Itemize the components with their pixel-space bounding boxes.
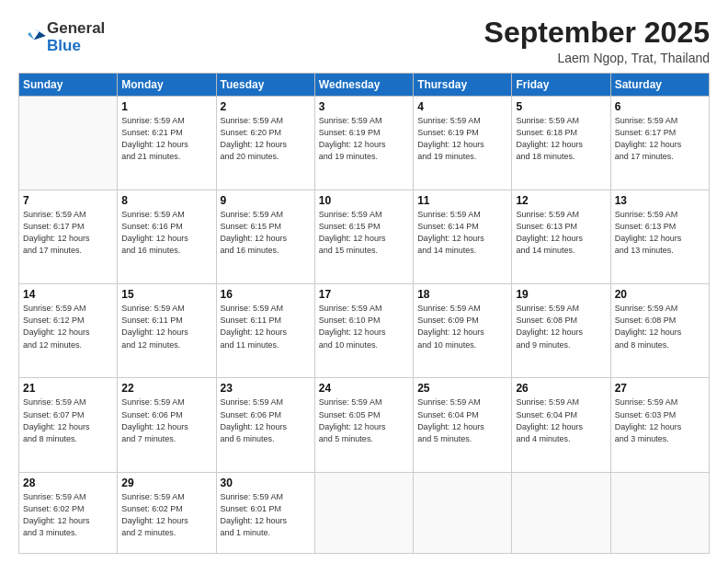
day-number: 1 [121, 100, 211, 113]
th-friday: Friday [512, 74, 610, 97]
table-row: 1Sunrise: 5:59 AMSunset: 6:21 PMDaylight… [118, 97, 216, 190]
logo: General Blue [18, 20, 105, 54]
table-row: 5Sunrise: 5:59 AMSunset: 6:18 PMDaylight… [512, 97, 610, 190]
day-info: Sunrise: 5:59 AMSunset: 6:01 PMDaylight:… [221, 491, 311, 539]
day-info: Sunrise: 5:59 AMSunset: 6:02 PMDaylight:… [23, 491, 113, 539]
day-number: 4 [417, 100, 507, 113]
day-number: 28 [23, 477, 113, 489]
table-row: 24Sunrise: 5:59 AMSunset: 6:05 PMDayligh… [314, 378, 413, 472]
calendar-header-row: Sunday Monday Tuesday Wednesday Thursday… [19, 74, 710, 97]
table-row [314, 472, 413, 553]
table-row: 10Sunrise: 5:59 AMSunset: 6:15 PMDayligh… [314, 190, 413, 284]
day-info: Sunrise: 5:59 AMSunset: 6:05 PMDaylight:… [319, 396, 409, 444]
logo-general: General [47, 20, 105, 38]
table-row: 28Sunrise: 5:59 AMSunset: 6:02 PMDayligh… [19, 472, 118, 553]
day-info: Sunrise: 5:59 AMSunset: 6:08 PMDaylight:… [615, 303, 705, 350]
day-info: Sunrise: 5:59 AMSunset: 6:06 PMDaylight:… [121, 396, 211, 444]
day-info: Sunrise: 5:59 AMSunset: 6:13 PMDaylight:… [516, 209, 606, 257]
table-row: 20Sunrise: 5:59 AMSunset: 6:08 PMDayligh… [610, 284, 709, 378]
day-number: 6 [615, 100, 705, 113]
table-row: 4Sunrise: 5:59 AMSunset: 6:19 PMDaylight… [414, 97, 512, 190]
day-number: 12 [516, 194, 606, 207]
day-info: Sunrise: 5:59 AMSunset: 6:15 PMDaylight:… [319, 209, 409, 257]
day-number: 27 [615, 382, 705, 395]
day-number: 25 [417, 382, 507, 395]
day-info: Sunrise: 5:59 AMSunset: 6:11 PMDaylight:… [121, 303, 211, 350]
header: General Blue September 2025 Laem Ngop, T… [18, 17, 710, 65]
day-info: Sunrise: 5:59 AMSunset: 6:16 PMDaylight:… [121, 209, 211, 257]
day-number: 15 [121, 288, 211, 301]
day-number: 10 [319, 194, 409, 207]
day-info: Sunrise: 5:59 AMSunset: 6:15 PMDaylight:… [221, 209, 311, 257]
day-number: 14 [23, 288, 113, 301]
day-info: Sunrise: 5:59 AMSunset: 6:04 PMDaylight:… [516, 396, 606, 444]
table-row: 15Sunrise: 5:59 AMSunset: 6:11 PMDayligh… [118, 284, 216, 378]
table-row: 9Sunrise: 5:59 AMSunset: 6:15 PMDaylight… [216, 190, 314, 284]
table-row: 18Sunrise: 5:59 AMSunset: 6:09 PMDayligh… [414, 284, 512, 378]
day-number: 7 [23, 194, 113, 207]
table-row: 3Sunrise: 5:59 AMSunset: 6:19 PMDaylight… [314, 97, 413, 190]
table-row: 17Sunrise: 5:59 AMSunset: 6:10 PMDayligh… [314, 284, 413, 378]
th-sunday: Sunday [19, 74, 118, 97]
day-number: 20 [615, 288, 705, 301]
day-info: Sunrise: 5:59 AMSunset: 6:04 PMDaylight:… [417, 396, 507, 444]
day-info: Sunrise: 5:59 AMSunset: 6:09 PMDaylight:… [417, 303, 507, 350]
day-number: 13 [615, 194, 705, 207]
table-row: 21Sunrise: 5:59 AMSunset: 6:07 PMDayligh… [19, 378, 118, 472]
day-number: 2 [221, 100, 311, 113]
table-row: 23Sunrise: 5:59 AMSunset: 6:06 PMDayligh… [216, 378, 314, 472]
month-title: September 2025 [484, 17, 710, 49]
table-row [414, 472, 512, 553]
table-row: 16Sunrise: 5:59 AMSunset: 6:11 PMDayligh… [216, 284, 314, 378]
day-info: Sunrise: 5:59 AMSunset: 6:19 PMDaylight:… [319, 115, 409, 163]
table-row: 29Sunrise: 5:59 AMSunset: 6:02 PMDayligh… [118, 472, 216, 553]
day-info: Sunrise: 5:59 AMSunset: 6:20 PMDaylight:… [221, 115, 311, 163]
day-number: 19 [516, 288, 606, 301]
table-row [512, 472, 610, 553]
calendar-table: Sunday Monday Tuesday Wednesday Thursday… [18, 73, 710, 554]
table-row: 22Sunrise: 5:59 AMSunset: 6:06 PMDayligh… [118, 378, 216, 472]
day-number: 24 [319, 382, 409, 395]
th-saturday: Saturday [610, 74, 709, 97]
table-row [610, 472, 709, 553]
table-row: 27Sunrise: 5:59 AMSunset: 6:03 PMDayligh… [610, 378, 709, 472]
day-info: Sunrise: 5:59 AMSunset: 6:18 PMDaylight:… [516, 115, 606, 163]
day-info: Sunrise: 5:59 AMSunset: 6:19 PMDaylight:… [417, 115, 507, 163]
table-row [19, 97, 118, 190]
day-number: 11 [417, 194, 507, 207]
day-number: 26 [516, 382, 606, 395]
day-info: Sunrise: 5:59 AMSunset: 6:02 PMDaylight:… [121, 491, 211, 539]
day-info: Sunrise: 5:59 AMSunset: 6:13 PMDaylight:… [615, 209, 705, 257]
table-row: 7Sunrise: 5:59 AMSunset: 6:17 PMDaylight… [19, 190, 118, 284]
table-row: 26Sunrise: 5:59 AMSunset: 6:04 PMDayligh… [512, 378, 610, 472]
table-row: 12Sunrise: 5:59 AMSunset: 6:13 PMDayligh… [512, 190, 610, 284]
th-tuesday: Tuesday [216, 74, 314, 97]
table-row: 8Sunrise: 5:59 AMSunset: 6:16 PMDaylight… [118, 190, 216, 284]
day-number: 17 [319, 288, 409, 301]
table-row: 2Sunrise: 5:59 AMSunset: 6:20 PMDaylight… [216, 97, 314, 190]
day-number: 3 [319, 100, 409, 113]
day-number: 16 [221, 288, 311, 301]
day-number: 23 [221, 382, 311, 395]
day-number: 8 [121, 194, 211, 207]
table-row: 11Sunrise: 5:59 AMSunset: 6:14 PMDayligh… [414, 190, 512, 284]
day-info: Sunrise: 5:59 AMSunset: 6:17 PMDaylight:… [23, 209, 113, 257]
day-info: Sunrise: 5:59 AMSunset: 6:12 PMDaylight:… [23, 303, 113, 350]
day-number: 22 [121, 382, 211, 395]
table-row: 25Sunrise: 5:59 AMSunset: 6:04 PMDayligh… [414, 378, 512, 472]
day-number: 18 [417, 288, 507, 301]
title-block: September 2025 Laem Ngop, Trat, Thailand [484, 17, 710, 65]
day-info: Sunrise: 5:59 AMSunset: 6:14 PMDaylight:… [417, 209, 507, 257]
th-monday: Monday [118, 74, 216, 97]
svg-marker-1 [28, 28, 34, 40]
th-thursday: Thursday [414, 74, 512, 97]
day-info: Sunrise: 5:59 AMSunset: 6:10 PMDaylight:… [319, 303, 409, 350]
day-number: 30 [221, 477, 311, 489]
day-number: 9 [221, 194, 311, 207]
logo-bird-icon [21, 23, 47, 49]
table-row: 30Sunrise: 5:59 AMSunset: 6:01 PMDayligh… [216, 472, 314, 553]
logo-text: General Blue [47, 20, 105, 54]
day-number: 5 [516, 100, 606, 113]
day-info: Sunrise: 5:59 AMSunset: 6:21 PMDaylight:… [121, 115, 211, 163]
day-info: Sunrise: 5:59 AMSunset: 6:03 PMDaylight:… [615, 396, 705, 444]
